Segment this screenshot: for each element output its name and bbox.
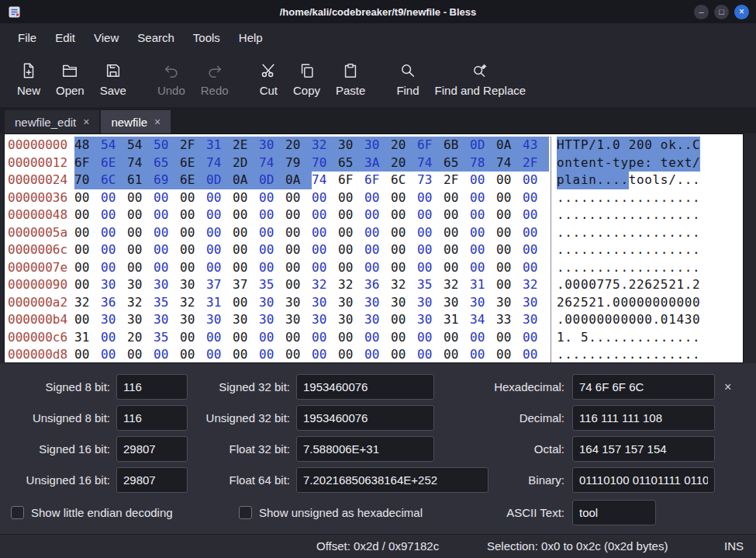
ascii-char[interactable]: 0	[573, 311, 581, 329]
hex-byte[interactable]: 00	[523, 189, 549, 207]
hex-byte[interactable]: 00	[417, 241, 444, 259]
ascii-char[interactable]: .	[581, 259, 589, 277]
hex-byte[interactable]: 6F	[338, 172, 364, 189]
ascii-char[interactable]: .	[620, 259, 628, 277]
ascii-char[interactable]: t	[613, 154, 620, 172]
ascii-char[interactable]: .	[653, 259, 661, 277]
hex-byte[interactable]: 00	[180, 206, 206, 224]
ascii-char[interactable]: .	[581, 346, 589, 363]
ascii-char[interactable]: H	[557, 137, 564, 154]
hex-byte[interactable]: 3A	[364, 154, 391, 172]
ascii-char[interactable]: .	[557, 189, 564, 207]
ascii-char[interactable]: .	[581, 206, 589, 224]
ascii-char[interactable]: .	[596, 346, 604, 363]
ascii-char[interactable]: .	[668, 259, 676, 277]
menu-tools[interactable]: Tools	[185, 26, 229, 49]
ascii-char[interactable]: .	[629, 206, 637, 224]
hex-byte[interactable]: 00	[233, 346, 259, 363]
hexadecimal-input[interactable]	[572, 374, 715, 400]
paste-button[interactable]: Paste	[328, 59, 373, 100]
ascii-char[interactable]: 2	[573, 294, 581, 312]
menu-file[interactable]: File	[9, 26, 45, 49]
hex-byte[interactable]: 00	[312, 259, 338, 277]
ascii-char[interactable]: .	[557, 224, 564, 242]
hex-byte[interactable]: 37	[206, 276, 233, 294]
ascii-char[interactable]	[573, 329, 581, 347]
hex-byte[interactable]: 00	[496, 241, 523, 259]
hex-byte[interactable]: 00	[391, 224, 417, 242]
hex-byte[interactable]: 00	[233, 329, 259, 347]
ascii-char[interactable]: .	[637, 259, 644, 277]
ascii-char[interactable]: 7	[605, 276, 613, 294]
hex-byte[interactable]: 6E	[180, 154, 206, 172]
ascii-char[interactable]: .	[676, 259, 684, 277]
hex-byte[interactable]: 00	[496, 224, 523, 242]
hex-byte[interactable]: 00	[338, 189, 364, 207]
hex-byte[interactable]: 6C	[101, 172, 127, 189]
ascii-char[interactable]: t	[596, 154, 604, 172]
ascii-char[interactable]: .	[668, 346, 676, 363]
ascii-char[interactable]: .	[661, 346, 668, 363]
hex-byte[interactable]: 00	[338, 346, 364, 363]
hex-byte[interactable]: 00	[180, 224, 206, 242]
ascii-char[interactable]: -	[605, 154, 613, 172]
ascii-char[interactable]: s	[661, 172, 668, 189]
hex-byte[interactable]: 00	[523, 206, 549, 224]
hex-byte[interactable]: 00	[233, 206, 259, 224]
ascii-char[interactable]: 1	[596, 137, 604, 154]
hex-byte[interactable]: 30	[285, 294, 312, 312]
ascii-char[interactable]: .	[613, 206, 620, 224]
ascii-char[interactable]: 0	[629, 311, 637, 329]
find-button[interactable]: Find	[388, 59, 426, 100]
ascii-char[interactable]: 0	[581, 311, 589, 329]
panel-close-icon[interactable]: ×	[724, 374, 731, 400]
ascii-char[interactable]: .	[613, 224, 620, 242]
ascii-char[interactable]: o	[661, 137, 668, 154]
hex-byte[interactable]: 30	[364, 311, 391, 329]
hex-byte[interactable]: 00	[259, 241, 285, 259]
menu-help[interactable]: Help	[230, 26, 271, 49]
hex-byte[interactable]: 00	[74, 206, 101, 224]
ascii-char[interactable]: /	[589, 137, 596, 154]
hex-byte[interactable]: 61	[127, 172, 154, 189]
hex-byte[interactable]: 6F	[417, 137, 444, 154]
hex-byte[interactable]: 00	[496, 276, 523, 294]
ascii-char[interactable]: .	[581, 224, 589, 242]
ascii-char[interactable]: .	[653, 346, 661, 363]
hex-byte[interactable]: 00	[127, 346, 154, 363]
hex-byte[interactable]: 30	[338, 311, 364, 329]
ascii-char[interactable]: .	[692, 189, 700, 207]
ascii-char[interactable]: .	[613, 172, 620, 189]
ascii-char[interactable]: /	[668, 172, 676, 189]
ascii-char[interactable]: .	[685, 276, 692, 294]
hex-editor[interactable]: 00000000485454502F312E3020323030206F6B0D…	[4, 133, 744, 363]
ascii-char[interactable]: .	[685, 329, 692, 347]
hex-byte[interactable]: 00	[259, 224, 285, 242]
ascii-char[interactable]: .	[637, 329, 644, 347]
ascii-char[interactable]: l	[564, 172, 572, 189]
hex-byte[interactable]: 00	[312, 329, 338, 347]
ascii-char[interactable]: .	[661, 329, 668, 347]
menu-edit[interactable]: Edit	[47, 26, 84, 49]
hex-byte[interactable]: 34	[470, 311, 496, 329]
ascii-char[interactable]: .	[661, 259, 668, 277]
ascii-char[interactable]: 2	[668, 276, 676, 294]
hex-byte[interactable]: 6F	[364, 172, 391, 189]
hex-byte[interactable]: 30	[523, 294, 549, 312]
tab-close-icon[interactable]: ×	[154, 116, 161, 128]
hex-byte[interactable]: 00	[417, 189, 444, 207]
hex-byte[interactable]: 00	[259, 329, 285, 347]
hex-byte[interactable]: 74	[127, 154, 154, 172]
hex-byte[interactable]: 30	[180, 311, 206, 329]
hex-byte[interactable]: 00	[127, 259, 154, 277]
little-endian-checkbox[interactable]	[11, 506, 24, 519]
ascii-char[interactable]: .	[564, 329, 572, 347]
hex-byte[interactable]: 0D	[206, 172, 233, 189]
ascii-char[interactable]: P	[581, 137, 589, 154]
ascii-char[interactable]: .	[668, 189, 676, 207]
ascii-char[interactable]: 5	[581, 329, 589, 347]
ascii-char[interactable]: 0	[653, 294, 661, 312]
hex-byte[interactable]: 54	[127, 137, 154, 154]
ascii-char[interactable]: T	[564, 137, 572, 154]
ascii-char[interactable]: C	[692, 137, 700, 154]
